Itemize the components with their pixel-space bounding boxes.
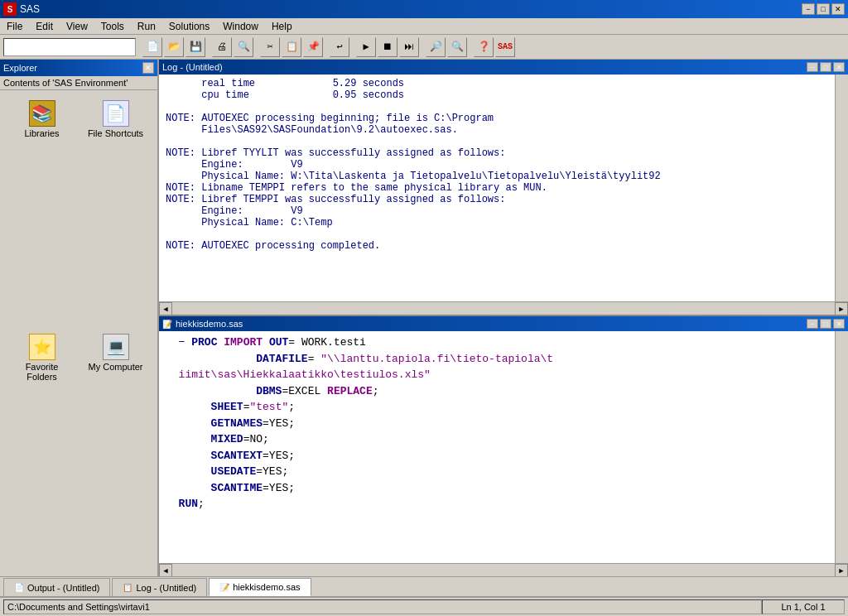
toolbar-dropdown[interactable]: [3, 38, 136, 56]
open-button[interactable]: 📂: [164, 37, 184, 57]
tab-log[interactable]: 📋 Log - (Untitled): [112, 578, 207, 596]
status-path-text: C:\Documents and Settings\virtavi1: [7, 602, 150, 612]
status-position: Ln 1, Col 1: [762, 599, 845, 614]
menu-solutions[interactable]: Solutions: [162, 19, 216, 34]
preview-button[interactable]: 🔍: [234, 37, 253, 57]
explorer-my-computer[interactable]: My Computer: [80, 330, 151, 570]
print-button[interactable]: 🖨: [212, 37, 232, 57]
tab-editor-label: hiekkisdemo.sas: [233, 582, 300, 592]
paste-button[interactable]: 📌: [303, 37, 323, 57]
cut-button[interactable]: ✂: [260, 37, 280, 57]
editor-scroll-left[interactable]: ◀: [159, 564, 172, 576]
title-win-buttons: − □ ✕: [802, 3, 845, 15]
tab-output-label: Output - (Untitled): [27, 583, 99, 593]
favorite-icon: [29, 334, 55, 360]
maximize-button[interactable]: □: [817, 3, 830, 15]
log-win-buttons: − □ ✕: [807, 62, 845, 72]
app-icon: S: [3, 2, 17, 16]
editor-code[interactable]: − PROC IMPORT OUT= WORK.testi DATAFILE= …: [166, 334, 828, 513]
log-scroll-right[interactable]: ▶: [835, 302, 848, 315]
stop-button[interactable]: ⏹: [378, 37, 398, 57]
menu-view[interactable]: View: [60, 19, 94, 34]
editor-maximize-button[interactable]: □: [820, 319, 831, 329]
mycomputer-label: My Computer: [88, 362, 142, 372]
log-window: Log - (Untitled) − □ ✕ real time 5.29 se…: [159, 60, 848, 316]
run-button[interactable]: ▶: [356, 37, 376, 57]
app-title: SAS: [20, 3, 802, 15]
log-scroll-left[interactable]: ◀: [159, 302, 172, 315]
shortcuts-icon: [103, 100, 129, 127]
minimize-button[interactable]: −: [802, 3, 815, 15]
favorite-label: Favorite Folders: [10, 362, 74, 382]
editor-close-button[interactable]: ✕: [833, 319, 845, 329]
log-text: real time 5.29 seconds cpu time 0.95 sec…: [166, 78, 828, 252]
explorer-file-shortcuts[interactable]: File Shortcuts: [80, 97, 151, 327]
save-button[interactable]: 💾: [186, 37, 205, 57]
explorer-libraries[interactable]: Libraries: [7, 97, 77, 327]
log-close-button[interactable]: ✕: [833, 62, 845, 72]
explorer-panel: Explorer ✕ Contents of 'SAS Environment'…: [0, 60, 159, 576]
editor-title-text: hiekkisdemo.sas: [176, 319, 243, 329]
menu-edit[interactable]: Edit: [29, 19, 60, 34]
toolbar: 📄 📂 💾 🖨 🔍 ✂ 📋 📌 ↩ ▶ ⏹ ⏭ 🔎 🔍 ❓ SAS: [0, 35, 848, 60]
libraries-icon: [29, 100, 55, 127]
editor-hscrollbar[interactable]: ◀ ▶: [159, 563, 848, 576]
menu-bar: File Edit View Tools Run Solutions Windo…: [0, 18, 848, 35]
tab-editor-icon: 📝: [219, 583, 229, 592]
title-bar: S SAS − □ ✕: [0, 0, 848, 18]
explorer-subtitle: Contents of 'SAS Environment': [0, 76, 157, 90]
explorer-title-text: Explorer: [3, 63, 37, 73]
log-minimize-button[interactable]: −: [807, 62, 818, 72]
menu-tools[interactable]: Tools: [94, 19, 131, 34]
menu-file[interactable]: File: [0, 19, 29, 34]
explorer-favorite-folders[interactable]: Favorite Folders: [7, 330, 77, 570]
undo-button[interactable]: ↩: [330, 37, 349, 57]
tab-output-icon: 📄: [14, 583, 24, 592]
tab-log-label: Log - (Untitled): [136, 583, 196, 593]
main-layout: Explorer ✕ Contents of 'SAS Environment'…: [0, 60, 848, 576]
tab-editor[interactable]: 📝 hiekkisdemo.sas: [209, 578, 311, 596]
editor-scrollbar[interactable]: [835, 331, 848, 563]
editor-minimize-button[interactable]: −: [807, 319, 818, 329]
status-path: C:\Documents and Settings\virtavi1: [3, 599, 762, 614]
log-title-text: Log - (Untitled): [162, 62, 223, 72]
log-maximize-button[interactable]: □: [820, 62, 831, 72]
editor-titlebar: 📝 hiekkisdemo.sas − □ ✕: [159, 316, 848, 331]
shortcuts-label: File Shortcuts: [88, 128, 143, 138]
log-scrollbar[interactable]: [835, 75, 848, 301]
status-position-text: Ln 1, Col 1: [781, 602, 825, 612]
close-button[interactable]: ✕: [831, 3, 845, 15]
log-hscrollbar[interactable]: ◀ ▶: [159, 301, 848, 315]
explorer-close-button[interactable]: ✕: [142, 62, 154, 74]
menu-run[interactable]: Run: [131, 19, 162, 34]
editor-win-buttons: − □ ✕: [807, 319, 845, 329]
sas-logo-button[interactable]: SAS: [495, 37, 515, 57]
tab-output[interactable]: 📄 Output - (Untitled): [3, 578, 110, 596]
explorer-icons: Libraries File Shortcuts Favorite Folder…: [0, 90, 157, 576]
right-panel: Log - (Untitled) − □ ✕ real time 5.29 se…: [159, 60, 848, 576]
mycomputer-icon: [103, 334, 129, 360]
menu-window[interactable]: Window: [216, 19, 265, 34]
new-button[interactable]: 📄: [142, 37, 162, 57]
editor-content[interactable]: − PROC IMPORT OUT= WORK.testi DATAFILE= …: [159, 331, 835, 563]
help-button[interactable]: ❓: [474, 37, 494, 57]
log-content[interactable]: real time 5.29 seconds cpu time 0.95 sec…: [159, 75, 835, 301]
explorer-titlebar: Explorer ✕: [0, 60, 157, 76]
editor-scroll-right[interactable]: ▶: [835, 564, 848, 576]
log-titlebar: Log - (Untitled) − □ ✕: [159, 60, 848, 75]
statusbar: C:\Documents and Settings\virtavi1 Ln 1,…: [0, 596, 848, 616]
menu-help[interactable]: Help: [265, 19, 299, 34]
tabbar: 📄 Output - (Untitled) 📋 Log - (Untitled)…: [0, 576, 848, 596]
find-button[interactable]: 🔍: [447, 37, 467, 57]
tab-log-icon: 📋: [123, 583, 132, 592]
step-button[interactable]: ⏭: [399, 37, 419, 57]
editor-window: 📝 hiekkisdemo.sas − □ ✕ − PROC IMPORT OU…: [159, 316, 848, 576]
copy-button[interactable]: 📋: [282, 37, 301, 57]
zoom-button[interactable]: 🔎: [426, 37, 446, 57]
libraries-label: Libraries: [24, 128, 59, 138]
